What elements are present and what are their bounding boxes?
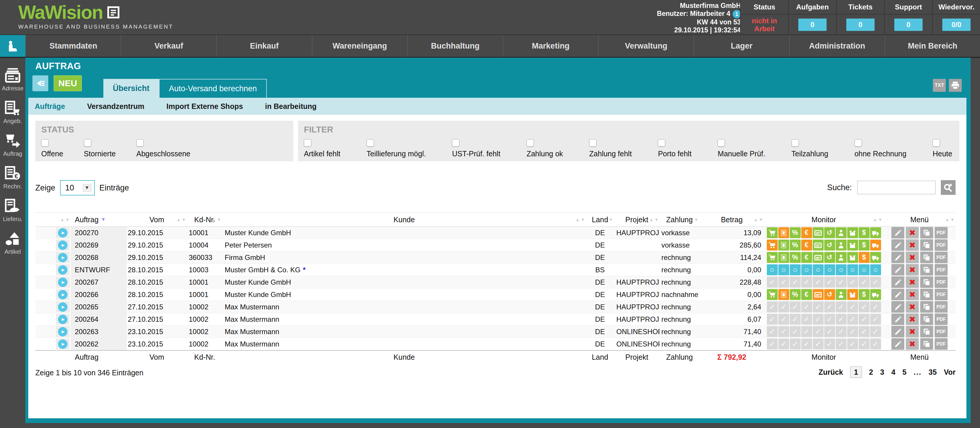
delete-button[interactable]: ✖ (906, 338, 919, 350)
monitor-package-icon[interactable] (847, 240, 858, 250)
column-header-projekt[interactable]: Projekt▲ ▼ (614, 213, 660, 226)
subnav-item-auftr-ge[interactable]: Aufträge (35, 102, 65, 111)
subnav-item-in-bearbeitung[interactable]: in Bearbeitung (265, 102, 317, 111)
monitor-draft-circle-icon[interactable]: ○ (790, 264, 801, 275)
nav-item-mein-bereich[interactable]: Mein Bereich (885, 35, 980, 57)
monitor-done-check-icon[interactable]: ✓ (790, 314, 801, 325)
column-header-kdnr[interactable]: Kd-Nr.▲ ▼ (187, 213, 222, 226)
pdf-button[interactable]: PDF (935, 239, 948, 251)
table-row[interactable]: ▶ENTWURF28.10.201510003Muster GmbH & Co.… (35, 264, 956, 276)
monitor-truck-icon[interactable] (870, 252, 881, 263)
tab--bersicht[interactable]: Übersicht (103, 79, 159, 98)
monitor-done-check-icon[interactable]: ✓ (778, 339, 789, 349)
monitor-done-check-icon[interactable]: ✓ (859, 339, 870, 349)
monitor-done-check-icon[interactable]: ✓ (847, 326, 858, 337)
column-header-auftrag[interactable]: Auftrag▼ (71, 213, 127, 226)
subnav-item-versandzentrum[interactable]: Versandzentrum (87, 102, 145, 111)
copy-button[interactable] (920, 289, 933, 300)
edit-button[interactable] (891, 326, 904, 337)
sidebar-item-adresse[interactable]: Adresse (2, 68, 23, 92)
stat-badge[interactable]: 0 (798, 19, 827, 31)
monitor-package-icon[interactable] (847, 289, 858, 300)
monitor-done-check-icon[interactable]: ✓ (870, 301, 881, 312)
sidebar-item-lieferu[interactable]: Lieferu. (3, 199, 23, 223)
monitor-done-check-icon[interactable]: ✓ (813, 314, 824, 325)
delete-button[interactable]: ✖ (906, 252, 919, 263)
checkbox-heute[interactable] (932, 139, 940, 146)
column-header-kunde[interactable]: Kunde▲ ▼ (222, 213, 586, 226)
monitor-draft-circle-icon[interactable]: ○ (836, 264, 846, 275)
play-button[interactable]: ▶ (58, 315, 67, 324)
monitor-card-icon[interactable] (813, 240, 824, 250)
column-header-menu[interactable]: Menü▲ ▼ (883, 213, 956, 226)
monitor-draft-circle-icon[interactable]: ○ (870, 264, 881, 275)
subnav-item-import-externe-shops[interactable]: Import Externe Shops (166, 102, 243, 111)
play-button[interactable]: ▶ (58, 253, 67, 262)
monitor-done-check-icon[interactable]: ✓ (767, 339, 778, 349)
monitor-percent-icon[interactable]: % (790, 227, 801, 238)
monitor-person-icon[interactable] (836, 289, 846, 300)
checkbox-teillieferungmgl[interactable] (367, 139, 374, 146)
checkbox-offene[interactable] (41, 139, 49, 146)
monitor-done-check-icon[interactable]: ✓ (847, 277, 858, 288)
delete-button[interactable]: ✖ (906, 264, 919, 275)
pagination-page-1[interactable]: 1 (850, 366, 862, 378)
pdf-button[interactable]: PDF (935, 252, 948, 263)
monitor-done-check-icon[interactable]: ✓ (870, 326, 881, 337)
sort-icon[interactable]: ▲ ▼ (945, 218, 955, 221)
monitor-done-check-icon[interactable]: ✓ (870, 314, 881, 325)
monitor-card-icon[interactable] (813, 289, 824, 300)
copy-button[interactable] (920, 301, 933, 313)
sort-icon[interactable]: ▲ ▼ (575, 218, 585, 221)
monitor-done-check-icon[interactable]: ✓ (813, 339, 824, 349)
sort-icon[interactable]: ▲ ▼ (177, 218, 186, 221)
pdf-button[interactable]: PDF (935, 277, 948, 288)
play-button[interactable]: ▶ (58, 278, 67, 287)
sidebar-item-rechn[interactable]: Rechn. (3, 166, 22, 190)
edit-button[interactable] (891, 264, 904, 275)
table-row[interactable]: ▶20026728.10.201510001Muster Kunde GmbHD… (35, 276, 956, 288)
edit-button[interactable] (891, 227, 904, 239)
monitor-invoice-icon[interactable]: $ (859, 240, 870, 250)
monitor-done-check-icon[interactable]: ✓ (767, 314, 778, 325)
column-header-monitor[interactable]: Monitor▲ ▼ (764, 213, 883, 226)
edit-button[interactable] (891, 313, 904, 325)
monitor-done-check-icon[interactable]: ✓ (847, 301, 858, 312)
checkbox-abgeschlossene[interactable] (136, 139, 144, 146)
monitor-done-check-icon[interactable]: ✓ (836, 339, 846, 349)
monitor-done-check-icon[interactable]: ✓ (847, 314, 858, 325)
sort-icon[interactable]: ▲ ▼ (603, 218, 613, 221)
pdf-button[interactable]: PDF (935, 227, 948, 239)
monitor-draft-circle-icon[interactable]: ○ (801, 264, 812, 275)
monitor-done-check-icon[interactable]: ✓ (801, 314, 812, 325)
column-header-vom[interactable]: Vom▲ ▼ (127, 213, 187, 226)
monitor-refresh-icon[interactable]: ↺ (824, 252, 835, 263)
checkbox-zahlungok[interactable] (527, 139, 534, 146)
monitor-euro-icon[interactable]: € (801, 240, 812, 250)
monitor-package-icon[interactable] (847, 252, 858, 263)
monitor-done-check-icon[interactable]: ✓ (824, 314, 835, 325)
txt-export-button[interactable]: TXT (933, 79, 946, 92)
monitor-done-check-icon[interactable]: ✓ (836, 277, 846, 288)
monitor-draft-circle-icon[interactable]: ○ (847, 264, 858, 275)
monitor-stamp-icon[interactable] (778, 227, 789, 238)
monitor-package-icon[interactable] (847, 227, 858, 238)
monitor-done-check-icon[interactable]: ✓ (813, 277, 824, 288)
monitor-refresh-icon[interactable]: ↺ (824, 289, 835, 300)
table-row[interactable]: ▶20026427.10.201510002Max MustermannDEHA… (35, 313, 956, 326)
monitor-cart-icon[interactable] (767, 252, 778, 263)
table-row[interactable]: ▶20026628.10.201510001Muster Kunde GmbHD… (35, 288, 956, 301)
monitor-refresh-icon[interactable]: ↺ (824, 240, 835, 250)
monitor-done-check-icon[interactable]: ✓ (778, 314, 789, 325)
monitor-done-check-icon[interactable]: ✓ (836, 301, 846, 312)
monitor-person-icon[interactable] (836, 227, 846, 238)
delete-button[interactable]: ✖ (906, 239, 919, 251)
collapse-menu-button[interactable] (32, 75, 48, 91)
search-button[interactable] (941, 180, 956, 195)
copy-button[interactable] (920, 313, 933, 325)
monitor-done-check-icon[interactable]: ✓ (767, 277, 778, 288)
monitor-draft-circle-icon[interactable]: ○ (813, 264, 824, 275)
copy-button[interactable] (920, 239, 933, 251)
copy-button[interactable] (920, 227, 933, 239)
sort-icon[interactable]: ▲ ▼ (649, 218, 659, 221)
